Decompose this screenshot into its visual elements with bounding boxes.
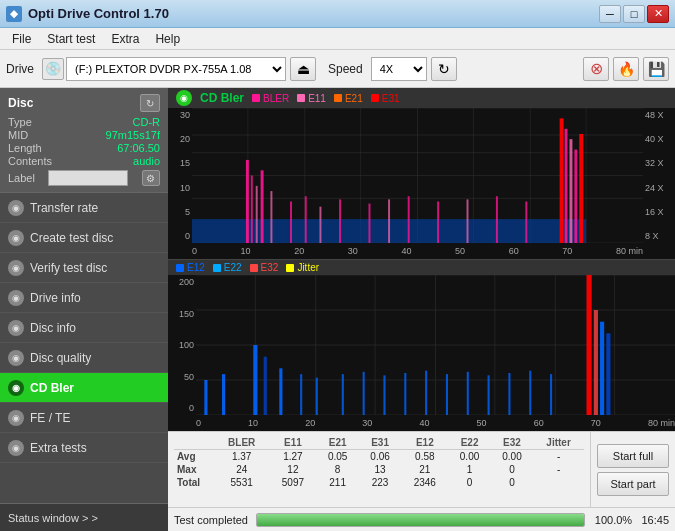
chart-bottom-svg [196, 275, 675, 415]
y-axis-left-top: 30 20 15 10 5 0 [168, 108, 192, 243]
sidebar-item-disc-info[interactable]: ◉ Disc info [0, 313, 168, 343]
col-e21: E21 [316, 436, 358, 450]
save-button[interactable]: 💾 [643, 57, 669, 81]
disc-length-label: Length [8, 142, 42, 154]
sidebar: Disc ↻ Type CD-R MID 97m15s17f Length 67… [0, 88, 168, 531]
extra-tests-icon: ◉ [8, 440, 24, 456]
menu-extra[interactable]: Extra [103, 30, 147, 48]
cd-bler-icon: ◉ [8, 380, 24, 396]
sidebar-item-create-test-disc[interactable]: ◉ Create test disc [0, 223, 168, 253]
col-e31: E31 [359, 436, 401, 450]
speed-ok-button[interactable]: ↻ [431, 57, 457, 81]
erase-button[interactable]: ⊗ [583, 57, 609, 81]
svg-rect-14 [246, 160, 249, 243]
legend-e22: E22 [213, 262, 242, 273]
close-button[interactable]: ✕ [647, 5, 669, 23]
col-jitter: Jitter [533, 436, 584, 450]
verify-test-disc-icon: ◉ [8, 260, 24, 276]
sidebar-item-cd-bler[interactable]: ◉ CD Bler [0, 373, 168, 403]
status-bar: Test completed 100.0% 16:45 [168, 507, 675, 531]
start-full-button[interactable]: Start full [597, 444, 669, 468]
sidebar-item-drive-info[interactable]: ◉ Drive info [0, 283, 168, 313]
start-part-button[interactable]: Start part [597, 472, 669, 496]
svg-rect-67 [600, 322, 604, 415]
svg-rect-15 [251, 176, 253, 244]
svg-rect-49 [253, 345, 257, 415]
sidebar-item-transfer-rate[interactable]: ◉ Transfer rate [0, 193, 168, 223]
legend-e32: E32 [250, 262, 279, 273]
disc-refresh-button[interactable]: ↻ [140, 94, 160, 112]
svg-rect-25 [408, 196, 410, 243]
svg-rect-34 [579, 134, 583, 243]
chart-top-plot [192, 108, 643, 243]
menu-file[interactable]: File [4, 30, 39, 48]
chart-top-body: 30 20 15 10 5 0 48 X 40 X 32 X 24 X 16 X… [168, 108, 675, 259]
drive-info-icon: ◉ [8, 290, 24, 306]
svg-rect-47 [204, 380, 207, 415]
legend-jitter-dot [286, 264, 294, 272]
progress-bar-fill [257, 514, 584, 526]
svg-rect-53 [316, 378, 318, 415]
svg-rect-65 [586, 275, 591, 415]
chart-top-titlebar: ◉ CD Bler BLER E11 E21 E31 [168, 88, 675, 108]
svg-rect-24 [388, 199, 390, 243]
col-bler: BLER [214, 436, 269, 450]
status-window-button[interactable]: Status window > > [0, 503, 168, 531]
chart-bottom-container: E12 E22 E32 Jitter 200 [168, 260, 675, 431]
svg-rect-62 [508, 373, 510, 415]
svg-rect-19 [290, 201, 292, 243]
svg-rect-21 [319, 207, 321, 243]
sidebar-item-fe-te[interactable]: ◉ FE / TE [0, 403, 168, 433]
svg-rect-48 [222, 374, 225, 415]
maximize-button[interactable]: □ [623, 5, 645, 23]
create-test-disc-icon: ◉ [8, 230, 24, 246]
svg-rect-16 [256, 186, 258, 243]
legend-e21: E21 [334, 93, 363, 104]
svg-rect-29 [525, 201, 527, 243]
stats-row-total: Total 5531 5097 211 223 2346 0 0 [174, 476, 584, 489]
stats-table-wrapper: BLER E11 E21 E31 E12 E22 E32 Jitter Avg [168, 432, 590, 507]
stats-row-max: Max 24 12 8 13 21 1 0 - [174, 463, 584, 476]
app-title: Opti Drive Control 1.70 [28, 6, 169, 21]
svg-rect-26 [437, 201, 439, 243]
svg-rect-66 [594, 310, 598, 415]
legend-e32-label: E32 [261, 262, 279, 273]
disc-label-gear-button[interactable]: ⚙ [142, 170, 160, 186]
disc-label-input[interactable] [48, 170, 128, 186]
drive-select[interactable]: (F:) PLEXTOR DVDR PX-755A 1.08 [66, 57, 286, 81]
legend-e12: E12 [176, 262, 205, 273]
col-e12: E12 [401, 436, 448, 450]
sidebar-item-extra-tests[interactable]: ◉ Extra tests [0, 433, 168, 463]
svg-rect-32 [569, 139, 572, 243]
sidebar-item-disc-quality[interactable]: ◉ Disc quality [0, 343, 168, 373]
legend-e12-dot [176, 264, 184, 272]
legend-e32-dot [250, 264, 258, 272]
svg-rect-18 [270, 191, 272, 243]
disc-type-value: CD-R [133, 116, 161, 128]
content-area: ◉ CD Bler BLER E11 E21 E31 [168, 88, 675, 531]
svg-rect-63 [529, 371, 531, 415]
chart-top-container: ◉ CD Bler BLER E11 E21 E31 [168, 88, 675, 260]
svg-rect-31 [565, 129, 568, 243]
svg-rect-56 [383, 375, 385, 415]
legend-e31-label: E31 [382, 93, 400, 104]
eject-button[interactable]: ⏏ [290, 57, 316, 81]
x-axis-top: 0 10 20 30 40 50 60 70 80 min [192, 243, 643, 259]
disc-contents-value: audio [133, 155, 160, 167]
minimize-button[interactable]: ─ [599, 5, 621, 23]
drive-label: Drive [6, 62, 34, 76]
disc-panel: Disc ↻ Type CD-R MID 97m15s17f Length 67… [0, 88, 168, 193]
menu-start-test[interactable]: Start test [39, 30, 103, 48]
speed-label: Speed [328, 62, 363, 76]
speed-select[interactable]: 4X 1X 2X 8X Max [371, 57, 427, 81]
stats-bar: BLER E11 E21 E31 E12 E22 E32 Jitter Avg [168, 431, 675, 507]
legend-jitter-label: Jitter [297, 262, 319, 273]
sidebar-item-verify-test-disc[interactable]: ◉ Verify test disc [0, 253, 168, 283]
window-controls: ─ □ ✕ [599, 5, 669, 23]
menu-help[interactable]: Help [147, 30, 188, 48]
burn-button[interactable]: 🔥 [613, 57, 639, 81]
legend-e11: E11 [297, 93, 326, 104]
legend-jitter: Jitter [286, 262, 319, 273]
chart-top-svg [192, 108, 643, 243]
stats-table: BLER E11 E21 E31 E12 E22 E32 Jitter Avg [174, 436, 584, 489]
